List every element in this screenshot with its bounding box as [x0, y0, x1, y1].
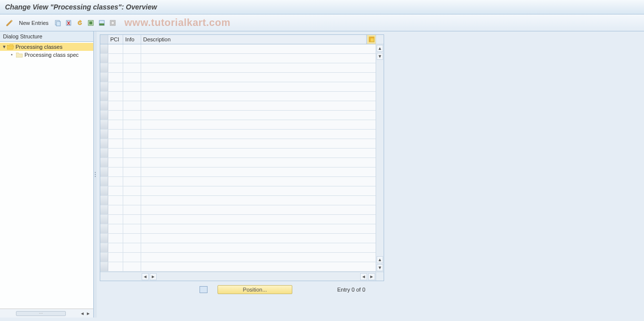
- cell-pcl[interactable]: [108, 149, 123, 158]
- cell-description[interactable]: [141, 186, 376, 195]
- table-row[interactable]: [100, 167, 376, 177]
- cell-description[interactable]: [141, 196, 376, 205]
- row-selector[interactable]: [100, 111, 108, 120]
- row-selector[interactable]: [100, 262, 108, 271]
- column-header-info[interactable]: Info: [123, 35, 141, 44]
- cell-pcl[interactable]: [108, 205, 123, 214]
- cell-pcl[interactable]: [108, 262, 123, 271]
- row-selector[interactable]: [100, 158, 108, 167]
- row-selector[interactable]: [100, 196, 108, 205]
- cell-pcl[interactable]: [108, 139, 123, 148]
- cell-pcl[interactable]: [108, 177, 123, 186]
- cell-info[interactable]: [123, 92, 141, 101]
- row-selector[interactable]: [100, 215, 108, 224]
- tree-expand-icon[interactable]: ▼: [2, 44, 7, 49]
- cell-description[interactable]: [141, 243, 376, 252]
- cell-info[interactable]: [123, 262, 141, 271]
- cell-info[interactable]: [123, 177, 141, 186]
- cell-pcl[interactable]: [108, 253, 123, 262]
- hscroll-right-step-icon[interactable]: ►: [150, 273, 157, 280]
- table-row[interactable]: [100, 54, 376, 63]
- select-all-icon[interactable]: [86, 18, 95, 27]
- cell-description[interactable]: [141, 253, 376, 262]
- row-selector[interactable]: [100, 130, 108, 139]
- cell-description[interactable]: [141, 224, 376, 233]
- cell-info[interactable]: [123, 253, 141, 262]
- hscroll-right-icon[interactable]: ►: [368, 273, 375, 280]
- row-selector[interactable]: [100, 253, 108, 262]
- cell-pcl[interactable]: [108, 196, 123, 205]
- cell-description[interactable]: [141, 111, 376, 120]
- cell-description[interactable]: [141, 234, 376, 243]
- cell-pcl[interactable]: [108, 44, 123, 53]
- hscroll-left-end-icon[interactable]: ◄: [360, 273, 367, 280]
- cell-info[interactable]: [123, 186, 141, 195]
- table-row[interactable]: [100, 224, 376, 234]
- table-row[interactable]: [100, 205, 376, 215]
- table-row[interactable]: [100, 101, 376, 111]
- table-row[interactable]: [100, 196, 376, 205]
- cell-pcl[interactable]: [108, 234, 123, 243]
- row-selector[interactable]: [100, 54, 108, 63]
- row-selector[interactable]: [100, 82, 108, 91]
- cell-description[interactable]: [141, 167, 376, 176]
- column-header-description[interactable]: Description: [141, 35, 367, 44]
- row-selector[interactable]: [100, 149, 108, 158]
- delete-icon[interactable]: [64, 18, 73, 27]
- table-configure-icon[interactable]: [367, 35, 376, 44]
- table-row[interactable]: [100, 111, 376, 120]
- cell-description[interactable]: [141, 63, 376, 72]
- cell-info[interactable]: [123, 130, 141, 139]
- vscroll-down-icon[interactable]: ▼: [377, 264, 383, 271]
- table-row[interactable]: [100, 215, 376, 224]
- cell-description[interactable]: [141, 205, 376, 214]
- cell-description[interactable]: [141, 215, 376, 224]
- row-selector[interactable]: [100, 44, 108, 53]
- cell-pcl[interactable]: [108, 54, 123, 63]
- column-header-pcl[interactable]: PCl: [108, 35, 123, 44]
- table-row[interactable]: [100, 149, 376, 158]
- table-row[interactable]: [100, 92, 376, 101]
- row-selector[interactable]: [100, 186, 108, 195]
- cell-info[interactable]: [123, 111, 141, 120]
- cell-pcl[interactable]: [108, 63, 123, 72]
- cell-description[interactable]: [141, 262, 376, 271]
- cell-pcl[interactable]: [108, 82, 123, 91]
- cell-pcl[interactable]: [108, 92, 123, 101]
- table-row[interactable]: [100, 139, 376, 149]
- table-row[interactable]: [100, 73, 376, 82]
- cell-info[interactable]: [123, 73, 141, 82]
- cell-pcl[interactable]: [108, 73, 123, 82]
- table-row[interactable]: [100, 243, 376, 253]
- cell-description[interactable]: [141, 101, 376, 110]
- row-selector[interactable]: [100, 205, 108, 214]
- cell-info[interactable]: [123, 158, 141, 167]
- row-selector[interactable]: [100, 92, 108, 101]
- cell-info[interactable]: [123, 149, 141, 158]
- cell-info[interactable]: [123, 120, 141, 129]
- table-row[interactable]: [100, 120, 376, 130]
- cell-info[interactable]: [123, 215, 141, 224]
- cell-pcl[interactable]: [108, 243, 123, 252]
- row-selector[interactable]: [100, 177, 108, 186]
- cell-info[interactable]: [123, 63, 141, 72]
- row-selector[interactable]: [100, 63, 108, 72]
- table-row[interactable]: [100, 177, 376, 186]
- cell-pcl[interactable]: [108, 186, 123, 195]
- table-row[interactable]: [100, 63, 376, 73]
- table-row[interactable]: [100, 186, 376, 196]
- cell-pcl[interactable]: [108, 101, 123, 110]
- vscroll-up-end-icon[interactable]: ▲: [377, 256, 383, 263]
- copy-as-icon[interactable]: [53, 18, 62, 27]
- row-selector[interactable]: [100, 234, 108, 243]
- cell-description[interactable]: [141, 158, 376, 167]
- cell-description[interactable]: [141, 44, 376, 53]
- cell-description[interactable]: [141, 92, 376, 101]
- table-row[interactable]: [100, 234, 376, 243]
- cell-pcl[interactable]: [108, 158, 123, 167]
- cell-info[interactable]: [123, 54, 141, 63]
- cell-description[interactable]: [141, 82, 376, 91]
- table-row[interactable]: [100, 44, 376, 54]
- scroll-thumb[interactable]: ⋯: [16, 311, 66, 316]
- cell-info[interactable]: [123, 196, 141, 205]
